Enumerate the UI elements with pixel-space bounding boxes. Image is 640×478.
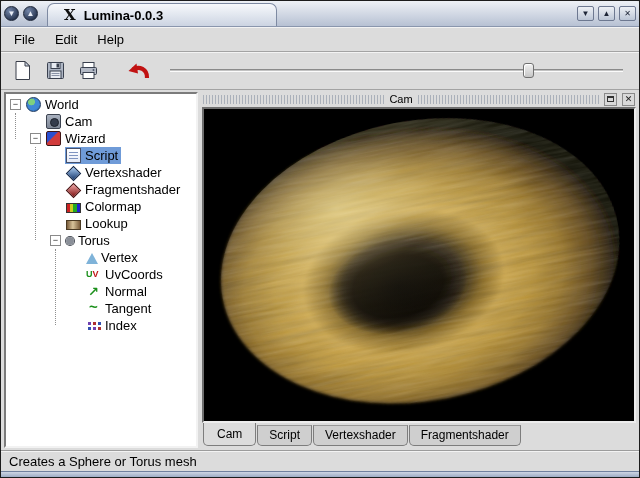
dock-close-icon: ✕ — [625, 95, 633, 104]
tree-item-vertexshader[interactable]: Vertexshader — [6, 164, 196, 181]
tree-item-label: World — [45, 97, 79, 112]
tree-item-label: UvCoords — [105, 267, 163, 282]
tree-item-wizard[interactable]: − Wizard — [6, 130, 196, 147]
dock-titlebar[interactable]: Cam ✕ — [202, 92, 636, 106]
tree-item-label: Wizard — [65, 131, 105, 146]
tree-item-world[interactable]: − World — [6, 96, 196, 113]
dock-close-button[interactable]: ✕ — [622, 93, 635, 106]
tree-item-label: Colormap — [85, 199, 141, 214]
tree-item-label: Normal — [105, 284, 147, 299]
dock-title: Cam — [389, 93, 412, 105]
tree-item-tangent[interactable]: ~Tangent — [6, 300, 196, 317]
slider-handle[interactable] — [523, 63, 534, 78]
minimize-button[interactable]: ▼ — [577, 6, 594, 21]
save-icon — [45, 60, 66, 81]
undo-arrow-icon — [125, 59, 151, 83]
tree-item-label: Cam — [65, 114, 92, 129]
colormap-icon — [66, 203, 81, 213]
tree-item-label: Lookup — [85, 216, 128, 231]
x11-logo-icon: X — [64, 6, 76, 24]
tree-item-label: Torus — [78, 233, 110, 248]
tree-item-lookup[interactable]: Lookup — [6, 215, 196, 232]
print-button[interactable] — [73, 56, 103, 86]
save-button[interactable] — [40, 56, 70, 86]
tree-item-colormap[interactable]: Colormap — [6, 198, 196, 215]
tree-item-uvcoords[interactable]: UVUvCoords — [6, 266, 196, 283]
tree-item-label: Script — [85, 148, 118, 163]
scene-tree: − World Cam − Wizard Script Vertexshader — [4, 92, 198, 448]
torus-icon — [66, 237, 74, 245]
torus-render — [204, 109, 634, 421]
tangent-icon: ~ — [86, 301, 101, 316]
selected-row-highlight: Script — [65, 147, 121, 164]
vertex-icon — [86, 253, 98, 264]
print-icon — [78, 60, 99, 81]
menu-help[interactable]: Help — [88, 29, 133, 50]
shade-arrow-icon: ▼ — [8, 10, 16, 18]
dock-grip-texture — [418, 95, 599, 104]
viewport-tabbar: Cam Script Vertexshader Fragmentshader — [202, 423, 636, 448]
slider-groove — [170, 69, 623, 72]
menu-file[interactable]: File — [5, 29, 44, 50]
uvcoords-icon: UV — [86, 267, 101, 282]
menubar: File Edit Help — [1, 27, 639, 52]
tab-fragmentshader[interactable]: Fragmentshader — [409, 425, 521, 446]
expander-icon[interactable]: − — [10, 99, 21, 110]
expander-icon[interactable]: − — [30, 133, 41, 144]
toolbar-separator — [106, 70, 120, 71]
expander-icon[interactable]: − — [50, 235, 61, 246]
tab-vertexshader[interactable]: Vertexshader — [313, 425, 408, 446]
tree-item-index[interactable]: Index — [6, 317, 196, 334]
tree-item-cam[interactable]: Cam — [6, 113, 196, 130]
tree-item-torus[interactable]: − Torus — [6, 232, 196, 249]
world-icon — [26, 97, 41, 112]
dock-float-button[interactable] — [604, 93, 617, 106]
close-button[interactable]: ✕ — [619, 6, 636, 21]
tab-script[interactable]: Script — [257, 425, 312, 446]
status-text: Creates a Sphere or Torus mesh — [9, 454, 197, 469]
titlebar[interactable]: ▼ ▲ X Lumina-0.0.3 ▼ ▲ ✕ — [1, 1, 639, 27]
normal-icon: ↗ — [86, 284, 101, 299]
camera-icon — [46, 114, 61, 129]
app-window: ▼ ▲ X Lumina-0.0.3 ▼ ▲ ✕ File Edit Help — [0, 0, 640, 478]
tree-item-fragmentshader[interactable]: Fragmentshader — [6, 181, 196, 198]
tree-item-label: Vertexshader — [85, 165, 162, 180]
tree-item-vertex[interactable]: Vertex — [6, 249, 196, 266]
maximize-button[interactable]: ▲ — [598, 6, 615, 21]
shade-button[interactable]: ▼ — [4, 6, 19, 21]
script-icon — [66, 148, 81, 163]
undo-button[interactable] — [123, 56, 153, 86]
lookup-icon — [66, 220, 81, 230]
3d-viewport[interactable] — [202, 107, 636, 423]
maximize-icon: ▲ — [603, 10, 611, 18]
statusbar: Creates a Sphere or Torus mesh — [1, 450, 639, 471]
dock-grip-texture — [203, 95, 384, 104]
tab-cam[interactable]: Cam — [203, 423, 256, 446]
unshade-arrow-icon: ▲ — [27, 10, 35, 18]
window-title: Lumina-0.0.3 — [84, 8, 163, 23]
tree-item-label: Index — [105, 318, 137, 333]
tree-item-label: Vertex — [101, 250, 138, 265]
tree-item-script[interactable]: Script — [6, 147, 196, 164]
float-icon — [607, 96, 614, 102]
new-button[interactable] — [7, 56, 37, 86]
index-icon — [86, 318, 101, 333]
tree-item-label: Fragmentshader — [85, 182, 180, 197]
main-area: − World Cam − Wizard Script Vertexshader — [1, 90, 639, 450]
menu-edit[interactable]: Edit — [46, 29, 86, 50]
toolbar — [1, 52, 639, 90]
tree-item-label: Tangent — [105, 301, 151, 316]
window-title-tab[interactable]: X Lumina-0.0.3 — [47, 3, 277, 26]
timeline-slider[interactable] — [170, 62, 623, 80]
new-document-icon — [12, 60, 33, 81]
wizard-icon — [46, 131, 61, 146]
close-icon: ✕ — [624, 10, 631, 18]
cam-dock: Cam ✕ — [202, 92, 636, 448]
tree-item-normal[interactable]: ↗Normal — [6, 283, 196, 300]
fragmentshader-icon — [66, 183, 82, 199]
window-bottom-frame — [1, 471, 639, 477]
unshade-button[interactable]: ▲ — [23, 6, 38, 21]
minimize-icon: ▼ — [582, 10, 590, 18]
vertexshader-icon — [66, 166, 82, 182]
